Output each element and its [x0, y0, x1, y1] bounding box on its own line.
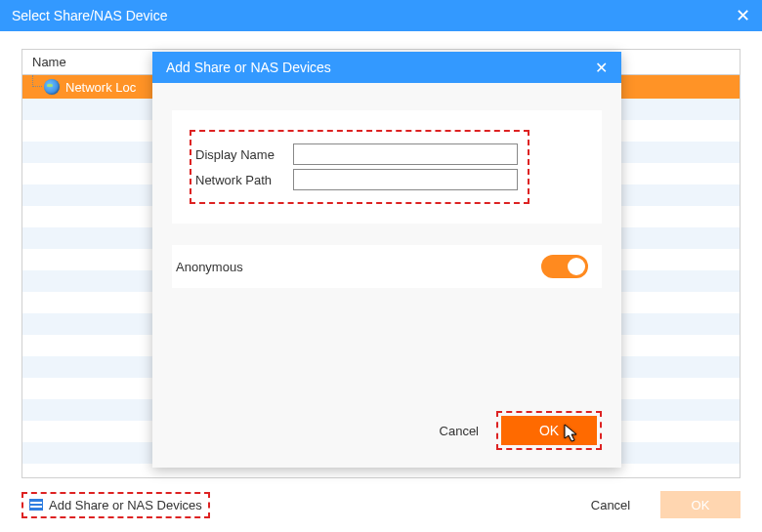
modal-titlebar: Add Share or NAS Devices ✕	[152, 52, 621, 83]
modal-close-icon[interactable]: ✕	[595, 59, 608, 77]
tree-item-label: Network Loc	[65, 80, 136, 95]
modal-title-text: Add Share or NAS Devices	[166, 60, 331, 75]
inputs-highlight: Display Name Network Path	[190, 130, 529, 204]
modal-footer: Cancel OK	[152, 405, 621, 468]
cursor-icon	[564, 424, 579, 446]
modal-ok-label: OK	[539, 423, 559, 438]
modal-ok-button[interactable]: OK	[501, 416, 597, 445]
bottom-bar: Add Share or NAS Devices Cancel OK	[21, 489, 741, 520]
modal-cancel-button[interactable]: Cancel	[440, 424, 479, 438]
outer-titlebar: Select Share/NAS Device ✕	[0, 0, 762, 31]
anonymous-label: Anonymous	[176, 260, 243, 274]
display-name-label: Display Name	[195, 147, 293, 162]
column-name: Name	[32, 55, 66, 69]
close-icon[interactable]: ✕	[736, 5, 750, 26]
anonymous-section: Anonymous	[172, 245, 602, 288]
network-path-row: Network Path	[195, 169, 518, 190]
outer-cancel-button[interactable]: Cancel	[571, 491, 651, 518]
toggle-knob	[568, 258, 585, 275]
add-share-label: Add Share or NAS Devices	[49, 498, 202, 512]
display-name-input[interactable]	[293, 143, 518, 165]
list-icon	[29, 499, 43, 511]
outer-title-text: Select Share/NAS Device	[12, 8, 168, 23]
anonymous-toggle[interactable]	[541, 255, 588, 278]
add-share-button[interactable]: Add Share or NAS Devices	[21, 492, 210, 518]
globe-icon	[44, 79, 60, 95]
inputs-section: Display Name Network Path	[172, 110, 602, 224]
display-name-row: Display Name	[195, 143, 518, 165]
network-path-input[interactable]	[293, 169, 518, 190]
outer-ok-button[interactable]: OK	[660, 491, 741, 518]
network-path-label: Network Path	[195, 173, 293, 187]
ok-highlight: OK	[496, 411, 602, 450]
modal-body: Display Name Network Path Anonymous	[152, 83, 621, 405]
tree-connector	[32, 75, 42, 87]
add-share-modal: Add Share or NAS Devices ✕ Display Name …	[152, 52, 621, 468]
